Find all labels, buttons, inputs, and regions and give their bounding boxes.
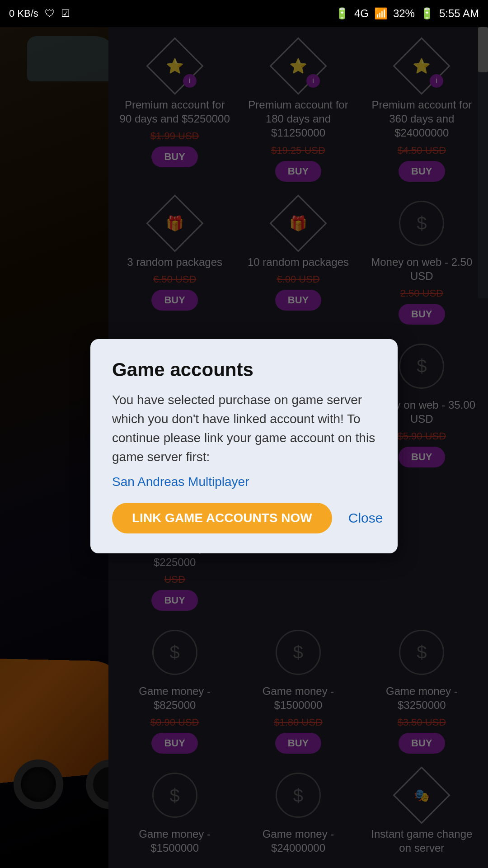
status-bar: 0 KB/s 🛡 ☑ 🔋 4G 📶 32% 🔋 5:55 AM — [0, 0, 488, 27]
clock: 5:55 AM — [439, 7, 479, 20]
modal-actions: LINK GAME ACCOUNTS NOW Close — [112, 503, 376, 533]
close-modal-button[interactable]: Close — [348, 510, 383, 526]
vpn-icon: 🛡 — [45, 8, 55, 19]
battery-percent: 32% — [393, 7, 415, 20]
modal-server-link[interactable]: San Andreas Multiplayer — [112, 475, 376, 489]
data-speed: 0 KB/s — [9, 8, 38, 19]
game-accounts-modal: Game accounts You have selected purchase… — [90, 339, 398, 553]
link-game-accounts-button[interactable]: LINK GAME ACCOUNTS NOW — [112, 503, 332, 533]
status-left: 0 KB/s 🛡 ☑ — [9, 8, 70, 19]
battery-icon: 🔋 — [420, 7, 434, 20]
signal-icon: 📶 — [374, 7, 388, 20]
status-right: 🔋 4G 📶 32% 🔋 5:55 AM — [335, 7, 479, 20]
network-type: 4G — [354, 7, 369, 20]
modal-title: Game accounts — [112, 359, 376, 381]
battery-alert-icon: 🔋 — [335, 7, 349, 20]
modal-body: You have selected purchase on game serve… — [112, 391, 376, 467]
clipboard-icon: ☑ — [61, 8, 70, 19]
